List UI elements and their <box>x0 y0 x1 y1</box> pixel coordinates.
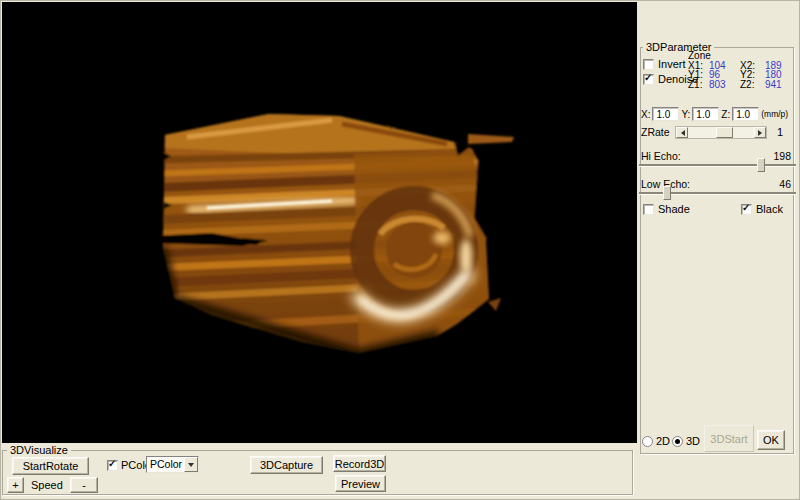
chevron-down-icon <box>188 463 194 467</box>
hi-echo-slider-track[interactable] <box>639 164 796 167</box>
x-scale-input[interactable]: 1.0 <box>652 107 679 121</box>
zone-table: X1: 104 X2: 189 Y1: 96 Y2: 180 Z1: 803 Z… <box>688 61 797 89</box>
zone-value: 941 <box>765 80 797 89</box>
volume-render-3d <box>2 2 637 443</box>
hi-echo-slider-thumb[interactable] <box>757 158 765 172</box>
scale-unit-label: (mm/p) <box>761 109 788 119</box>
black-label: Black <box>756 203 783 215</box>
black-checkbox[interactable] <box>741 204 752 215</box>
pcolor-checkbox[interactable] <box>107 460 118 471</box>
low-echo-slider-thumb[interactable] <box>663 186 671 200</box>
arrow-right-icon <box>758 130 765 136</box>
mode-3d-label: 3D <box>686 435 700 447</box>
3dcapture-button[interactable]: 3DCapture <box>250 456 323 474</box>
parameter-panel: 3DParameter Invert Denoise Zone X1: 104 … <box>637 0 800 500</box>
pcolor-select-value: PColor <box>150 458 182 470</box>
y-scale-input[interactable]: 1.0 <box>692 107 719 121</box>
invert-checkbox[interactable] <box>643 59 654 70</box>
visualize-group-title: 3DVisualize <box>7 444 71 456</box>
shade-label: Shade <box>658 203 690 215</box>
preview-button[interactable]: Preview <box>335 475 386 492</box>
arrow-left-icon <box>678 130 685 136</box>
z-scale-input[interactable]: 1.0 <box>732 107 759 121</box>
speed-plus-button[interactable]: + <box>7 477 24 493</box>
mode-2d-radio[interactable] <box>642 436 653 447</box>
zrate-value: 1 <box>777 126 783 138</box>
hi-echo-slider[interactable] <box>639 158 796 173</box>
invert-label: Invert <box>658 58 686 70</box>
scale-row: X: 1.0 Y: 1.0 Z: 1.0 (mm/p) <box>641 107 788 121</box>
app-window: { "window": { "bg_color": "#ece9d8", "vi… <box>0 0 800 500</box>
render-viewport[interactable] <box>2 2 637 443</box>
zrate-scrollbar[interactable] <box>675 126 767 139</box>
record3d-button[interactable]: Record3D <box>333 455 386 472</box>
zone-label: Z1: <box>688 80 709 89</box>
zone-label: Z2: <box>740 80 765 89</box>
mode-2d-label: 2D <box>656 435 670 447</box>
x-scale-label: X: <box>641 109 650 120</box>
zone-value: 803 <box>709 80 740 89</box>
shade-checkbox[interactable] <box>643 204 654 215</box>
speed-label: Speed <box>31 479 63 491</box>
zrate-scrollbar-thumb[interactable] <box>716 127 733 138</box>
start-rotate-button[interactable]: StartRotate <box>12 457 89 475</box>
zrate-scroll-right-button[interactable] <box>754 127 766 138</box>
zrate-label: ZRate <box>641 126 670 138</box>
z-scale-label: Z: <box>721 109 730 120</box>
low-echo-slider[interactable] <box>639 186 796 201</box>
denoise-checkbox[interactable] <box>643 74 654 85</box>
pcolor-select[interactable]: PColor <box>146 456 199 473</box>
3dstart-button[interactable]: 3DStart <box>704 425 754 452</box>
pcolor-select-drop-button[interactable] <box>184 457 198 472</box>
zrate-scroll-left-button[interactable] <box>676 127 688 138</box>
speed-minus-button[interactable]: - <box>70 477 98 493</box>
ok-button[interactable]: OK <box>757 430 785 450</box>
mode-3d-radio[interactable] <box>672 436 683 447</box>
y-scale-label: Y: <box>681 109 690 120</box>
